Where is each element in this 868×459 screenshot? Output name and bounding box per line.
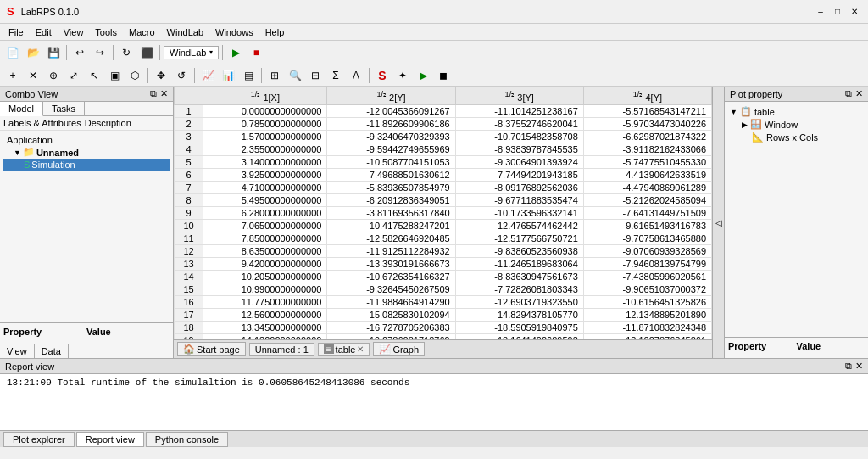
table-row: 96.28000000000000-3.81169356317840-10.17…: [175, 206, 712, 219]
play-button[interactable]: ▶: [414, 66, 432, 85]
open-button[interactable]: 📂: [24, 43, 42, 62]
zoom-button[interactable]: 🔍: [286, 66, 304, 85]
plot-close-button[interactable]: ✕: [855, 88, 863, 99]
text-button[interactable]: A: [347, 66, 365, 85]
plot-tree-window: ▶ 🪟 Window: [728, 118, 865, 131]
tree-section: Application ▼ 📁 Unnamed S Simulation: [0, 131, 173, 322]
row-num: 11: [175, 232, 203, 244]
menu-file[interactable]: File: [3, 25, 29, 39]
close-button[interactable]: ✕: [848, 5, 861, 19]
table-expand-icon[interactable]: ▼: [730, 108, 737, 116]
pan-button[interactable]: ✥: [152, 66, 170, 85]
scroll-indicator[interactable]: ◁: [712, 87, 724, 358]
crosshair-button[interactable]: ⊕: [44, 66, 63, 85]
sigma-button[interactable]: Σ: [326, 66, 345, 85]
menu-windows[interactable]: Windows: [210, 25, 259, 39]
barchart-button[interactable]: 📊: [219, 66, 237, 85]
col2-sup: 1/₂: [376, 90, 387, 98]
tab-model[interactable]: Model: [0, 102, 43, 116]
cell-r4-c1: 3.14000000000000: [203, 155, 327, 168]
combo-float-button[interactable]: ⧉: [150, 88, 157, 99]
tab-python-console[interactable]: Python console: [146, 432, 228, 447]
row-num: 2: [175, 117, 203, 130]
maximize-button[interactable]: □: [831, 5, 844, 19]
graph-label: Graph: [392, 344, 419, 355]
minimize-button[interactable]: –: [814, 5, 827, 19]
chart3-button[interactable]: ▤: [239, 66, 258, 85]
undo-button[interactable]: ↩: [70, 43, 89, 62]
redo-button[interactable]: ↪: [91, 43, 109, 62]
unnamed-tab[interactable]: Unnamed : 1: [249, 343, 314, 356]
tab-report-view[interactable]: Report view: [76, 432, 144, 447]
view-tab[interactable]: View: [0, 344, 35, 358]
menu-view[interactable]: View: [58, 25, 89, 39]
windlab-dropdown[interactable]: WindLab ▾: [164, 46, 219, 59]
row-num: 8: [175, 193, 203, 206]
table-row: 42.35500000000000-9.59442749655969-8.938…: [175, 143, 712, 155]
cell-r15-c4: -10.6156451325826: [583, 295, 711, 308]
cell-r15-c2: -11.9884664914290: [327, 295, 455, 308]
start-page-tab[interactable]: 🏠 Start page: [177, 342, 246, 356]
table-close-icon[interactable]: ✕: [357, 344, 364, 354]
menu-windlab[interactable]: WindLab: [162, 25, 209, 39]
graph-tab[interactable]: 📈 Graph: [373, 342, 425, 356]
add-button[interactable]: +: [3, 66, 22, 85]
data-tab[interactable]: Data: [35, 344, 69, 358]
cell-r0-c2: -12.0045366091267: [327, 104, 455, 117]
plot-float-button[interactable]: ⧉: [845, 88, 852, 99]
cell-r18-c2: -19.0786081713769: [327, 333, 455, 339]
tree-application: Application: [3, 134, 170, 146]
cross-button[interactable]: ✕: [24, 66, 42, 85]
cell-r5-c2: -7.49688501630612: [327, 168, 455, 181]
cursor-button[interactable]: ↖: [85, 66, 103, 85]
s-button[interactable]: S: [373, 66, 392, 85]
table-btn[interactable]: ⊟: [306, 66, 325, 85]
menu-macro[interactable]: Macro: [124, 25, 160, 39]
select-button[interactable]: ▣: [105, 66, 124, 85]
tab-plot-explorer[interactable]: Plot explorer: [3, 432, 75, 447]
right-panel: Plot property ⧉ ✕ ▼ 📋 table ▶ 🪟 Window 📐…: [724, 87, 868, 358]
save-button[interactable]: 💾: [44, 43, 63, 62]
menu-edit[interactable]: Edit: [31, 25, 57, 39]
cell-r12-c3: -11.2465189683064: [455, 257, 583, 270]
linechart-button[interactable]: 📈: [198, 66, 217, 85]
menu-help[interactable]: Help: [260, 25, 290, 39]
data-table-container[interactable]: 1/₂ 1[X] 1/₂ 2[Y] 1/₂ 3[Y] 1/₂ 4[Y] 10.0…: [174, 87, 712, 339]
rotate-button[interactable]: ↺: [172, 66, 191, 85]
col-header-2: 1/₂ 2[Y]: [327, 87, 455, 105]
star-button[interactable]: ✦: [393, 66, 412, 85]
cell-r6-c1: 4.71000000000000: [203, 181, 327, 193]
unnamed-arrow[interactable]: ▼: [14, 148, 21, 157]
table-tab[interactable]: ≡ table ✕: [318, 343, 370, 356]
view-button[interactable]: ⊞: [265, 66, 284, 85]
combo-close-button[interactable]: ✕: [160, 88, 168, 99]
refresh-button[interactable]: ↻: [117, 43, 136, 62]
cell-r18-c1: 14.1300000000000: [203, 333, 327, 339]
cell-r18-c3: -18.1641490689593: [455, 333, 583, 339]
run-button[interactable]: ▶: [226, 43, 245, 62]
move-button[interactable]: ⤢: [64, 66, 83, 85]
cell-r1-c3: -8.37552746620041: [455, 117, 583, 130]
tree-simulation[interactable]: S Simulation: [3, 159, 170, 171]
menu-tools[interactable]: Tools: [90, 25, 122, 39]
cell-r14-c1: 10.9900000000000: [203, 283, 327, 295]
region-button[interactable]: ⬡: [125, 66, 144, 85]
table-row: 139.42000000000000-13.3930191666673-11.2…: [175, 257, 712, 270]
cell-r15-c1: 11.7750000000000: [203, 295, 327, 308]
stop-button[interactable]: ⬛: [137, 43, 156, 62]
row-num: 19: [175, 333, 203, 339]
cell-r1-c1: 0.78500000000000: [203, 117, 327, 130]
cell-r2-c1: 1.57000000000000: [203, 130, 327, 143]
stop2-button[interactable]: ■: [247, 43, 265, 62]
window-expand-icon[interactable]: ▶: [742, 120, 748, 129]
report-close-button[interactable]: ✕: [855, 361, 863, 372]
row-num: 14: [175, 270, 203, 283]
square-button[interactable]: ◼: [434, 66, 453, 85]
tab-tasks[interactable]: Tasks: [43, 102, 85, 115]
app-title: LabRPS 0.1.0: [21, 7, 80, 17]
new-button[interactable]: 📄: [3, 43, 22, 62]
cell-r5-c4: -4.41390642633519: [583, 168, 711, 181]
row-num: 7: [175, 181, 203, 193]
labels-text: Labels & Attributes: [3, 118, 81, 128]
report-float-button[interactable]: ⧉: [845, 361, 852, 372]
